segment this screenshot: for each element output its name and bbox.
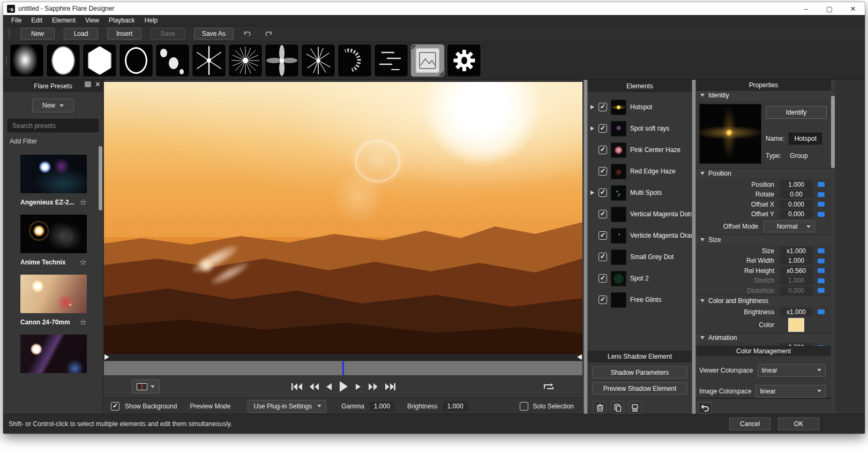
ok-button[interactable]: OK — [778, 418, 819, 430]
gamma-value-field[interactable]: 1.000 — [370, 401, 394, 411]
copy-element-icon[interactable] — [611, 401, 624, 414]
element-row[interactable]: Vertical Magenta Dots — [588, 203, 692, 225]
param-keyframe-button[interactable] — [818, 248, 825, 253]
range-start-marker[interactable] — [104, 354, 109, 360]
favorite-star-icon[interactable] — [80, 257, 87, 267]
timeline-range-bar[interactable] — [104, 354, 582, 361]
minimize-button[interactable]: – — [794, 2, 818, 15]
element-visibility-checkbox[interactable] — [598, 103, 607, 111]
reset-undo-icon[interactable] — [698, 402, 712, 414]
animation-section-header[interactable]: Animation — [696, 333, 831, 343]
ellipse-icon[interactable] — [46, 44, 80, 77]
param-keyframe-button[interactable] — [818, 192, 825, 197]
param-row-rel-height[interactable]: Rel Height x0.560 — [696, 266, 831, 276]
add-filter-link[interactable]: Add Filter — [10, 138, 103, 145]
preview-mode-label[interactable]: Preview Mode — [190, 403, 230, 410]
param-keyframe-button[interactable] — [818, 259, 825, 263]
preset-thumbnail[interactable] — [20, 215, 87, 253]
star-icon[interactable] — [192, 44, 226, 77]
viewer-colorspace-dropdown[interactable]: linear — [758, 364, 826, 377]
soft-rays-icon[interactable] — [265, 44, 299, 77]
rewind-button[interactable] — [309, 383, 319, 391]
param-row-rel-width[interactable]: Rel Width 1.000 — [696, 256, 831, 266]
menu-playback[interactable]: Playback — [104, 16, 140, 25]
properties-scrollbar[interactable] — [831, 96, 835, 168]
color-swatch[interactable] — [788, 318, 804, 332]
maximize-button[interactable]: ▢ — [818, 2, 841, 15]
expand-arrow-icon[interactable] — [590, 126, 595, 131]
step-forward-button[interactable] — [355, 383, 361, 390]
param-row-rotate[interactable]: Rotate 0.00 — [696, 189, 831, 200]
loop-playback-icon[interactable] — [543, 382, 555, 391]
load-button[interactable]: Load — [64, 28, 98, 40]
image-icon[interactable] — [410, 44, 445, 77]
range-end-marker[interactable] — [577, 354, 582, 360]
preview-shadow-element-button[interactable]: Preview Shadow Element — [592, 382, 687, 395]
preset-card[interactable]: Angenieux EZ-2... — [20, 155, 88, 207]
preset-card[interactable]: Anime Technix — [20, 215, 88, 267]
solo-selection-checkbox[interactable] — [520, 402, 528, 411]
view-mode-dropdown[interactable] — [132, 380, 160, 393]
go-to-end-button[interactable] — [385, 383, 395, 391]
float-panel-icon[interactable] — [85, 81, 91, 87]
color-brightness-section-header[interactable]: Color and Brightness — [696, 295, 831, 305]
undo-icon[interactable] — [243, 30, 253, 37]
plugin-settings-dropdown[interactable]: Use Plug-in Settings — [248, 400, 326, 413]
preset-thumbnail[interactable] — [20, 275, 87, 313]
element-visibility-checkbox[interactable] — [598, 274, 607, 283]
ring-icon[interactable] — [119, 44, 153, 77]
param-row-offset-y[interactable]: Offset Y 0.000 — [696, 209, 831, 219]
preset-thumbnail[interactable] — [20, 155, 87, 193]
element-visibility-checkbox[interactable] — [598, 167, 607, 176]
element-row[interactable]: Spot soft rays — [588, 118, 692, 139]
preset-thumbnail[interactable] — [20, 335, 87, 373]
duplicate-stack-icon[interactable] — [628, 401, 642, 414]
element-visibility-checkbox[interactable] — [598, 231, 607, 240]
search-presets-input[interactable]: Search presets — [8, 119, 99, 132]
streaks-icon[interactable] — [374, 44, 408, 77]
element-row[interactable]: Multi Spots — [588, 182, 692, 203]
param-row-offset-x[interactable]: Offset X 0.000 — [696, 199, 831, 209]
playhead[interactable] — [342, 361, 344, 375]
image-colorspace-dropdown[interactable]: linear — [755, 385, 826, 398]
param-keyframe-button[interactable] — [818, 212, 825, 217]
spots-icon[interactable] — [155, 44, 190, 77]
menu-element[interactable]: Element — [47, 16, 80, 25]
glint-icon[interactable] — [301, 44, 335, 77]
element-row[interactable]: Spot 2 — [588, 268, 692, 289]
name-field[interactable]: Hotspot — [789, 133, 822, 145]
go-to-start-button[interactable] — [291, 383, 302, 391]
param-keyframe-button[interactable] — [818, 309, 825, 314]
param-keyframe-button[interactable] — [818, 182, 825, 187]
identify-button[interactable]: Identify — [766, 106, 827, 119]
hexagon-icon[interactable] — [83, 44, 117, 77]
preset-card[interactable] — [20, 335, 88, 373]
element-row[interactable]: Hotspot — [588, 96, 692, 118]
param-row-brightness[interactable]: Brightness x1.000 — [696, 307, 831, 317]
toolbar-grip[interactable] — [9, 29, 10, 39]
element-visibility-checkbox[interactable] — [598, 253, 607, 261]
menu-help[interactable]: Help — [140, 16, 163, 25]
timeline-scrubber[interactable] — [104, 361, 582, 375]
expand-arrow-icon[interactable] — [590, 191, 595, 195]
arc-icon[interactable] — [338, 44, 372, 77]
expand-arrow-icon[interactable] — [590, 105, 595, 109]
element-visibility-checkbox[interactable] — [598, 124, 607, 133]
properties-left-splitter[interactable] — [692, 80, 696, 414]
favorite-star-icon[interactable] — [80, 198, 87, 207]
close-panel-icon[interactable]: ✕ — [95, 81, 101, 87]
play-button[interactable] — [339, 381, 348, 392]
param-keyframe-button[interactable] — [818, 288, 825, 293]
cancel-button[interactable]: Cancel — [729, 418, 770, 430]
elements-left-splitter[interactable] — [583, 80, 588, 414]
element-row[interactable]: Small Grey Dot — [588, 246, 692, 268]
close-button[interactable]: ✕ — [841, 2, 865, 15]
offset-mode-dropdown[interactable]: Normal — [764, 221, 815, 232]
preset-category-dropdown[interactable]: New — [32, 98, 74, 112]
preset-card[interactable]: Canon 24-70mm — [20, 275, 88, 327]
presets-scrollbar[interactable] — [99, 146, 102, 210]
element-visibility-checkbox[interactable] — [598, 188, 607, 197]
properties-scrollbar-track[interactable] — [831, 80, 835, 414]
menu-file[interactable]: File — [6, 16, 26, 25]
fast-forward-button[interactable] — [368, 383, 378, 391]
